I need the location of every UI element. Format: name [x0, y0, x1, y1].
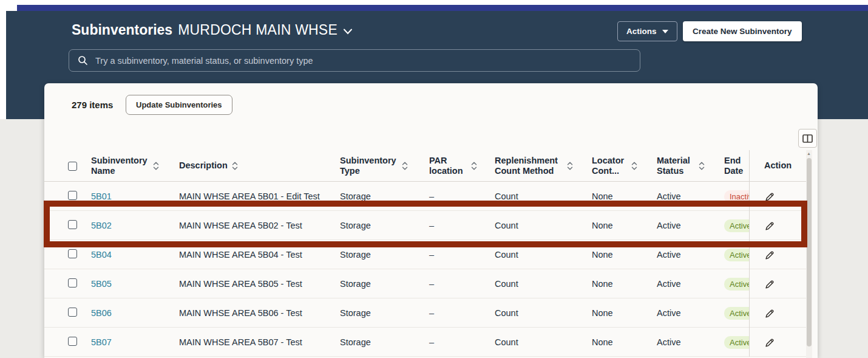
subinventory-type-cell: Storage	[340, 191, 429, 201]
replenishment-count-method-cell: Count	[495, 308, 592, 318]
row-checkbox[interactable]	[68, 278, 77, 287]
edit-button[interactable]	[764, 191, 775, 202]
status-badge: Active	[724, 278, 749, 291]
row-checkbox[interactable]	[68, 337, 77, 346]
sort-icon[interactable]	[232, 162, 238, 170]
items-count: 279 items	[72, 100, 113, 110]
table-header-row: Subinventory NameDescriptionSubinventory…	[44, 150, 812, 182]
search-input[interactable]	[95, 56, 631, 66]
pencil-icon	[764, 191, 775, 202]
description-cell: MAIN WHSE AREA 5B06 - Test	[179, 308, 340, 318]
table-body: 5B01MAIN WHSE AREA 5B01 - Edit TestStora…	[44, 182, 812, 357]
row-checkbox[interactable]	[68, 308, 77, 317]
column-label: Material Status	[657, 156, 694, 177]
pencil-icon	[764, 308, 775, 318]
subinventory-link[interactable]: 5B02	[91, 221, 112, 230]
sort-icon[interactable]	[631, 162, 637, 170]
update-subinventories-button[interactable]: Update Subinventories	[126, 95, 232, 115]
material-status-cell: Active	[657, 250, 724, 260]
table-row-5b05: 5B05MAIN WHSE AREA 5B05 - TestStorage–Co…	[44, 269, 812, 298]
subinventory-link[interactable]: 5B01	[91, 191, 112, 201]
row-select-cell	[44, 308, 91, 318]
action-cell	[749, 298, 812, 328]
actions-button-label: Actions	[626, 27, 657, 36]
edit-button[interactable]	[764, 308, 775, 318]
row-checkbox[interactable]	[68, 191, 77, 200]
replenishment-count-method-cell: Count	[495, 191, 592, 201]
sort-icon[interactable]	[567, 162, 573, 170]
subinventory-link[interactable]: 5B05	[91, 279, 112, 289]
sort-icon[interactable]	[699, 162, 705, 170]
create-new-subinventory-button[interactable]: Create New Subinventory	[683, 21, 802, 41]
table-row-5b02: 5B02MAIN WHSE AREA 5B02 - TestStorage–Co…	[44, 211, 812, 240]
top-accent-bar	[17, 5, 868, 11]
column-label: Subinventory Name	[91, 156, 149, 177]
column-label: PAR location	[429, 156, 467, 177]
caret-down-icon	[662, 30, 668, 33]
scrollbar-thumb[interactable]	[807, 158, 812, 346]
chevron-down-icon[interactable]	[343, 29, 353, 35]
org-selector[interactable]: MURDOCH MAIN WHSE	[178, 22, 337, 38]
replenishment-count-method-cell: Count	[495, 279, 592, 289]
edit-button[interactable]	[764, 221, 775, 231]
description-cell: MAIN WHSE AREA 5B05 - Test	[179, 279, 340, 289]
scroll-up-icon[interactable]: ▲	[807, 151, 811, 156]
subinventories-card: 279 items Update Subinventories Subinven…	[44, 83, 818, 358]
locator-control-cell: None	[592, 337, 657, 347]
subinventory-type-cell: Storage	[340, 279, 429, 289]
column-header-material-status[interactable]: Material Status	[657, 156, 724, 177]
table-row-5b07: 5B07MAIN WHSE AREA 5B07 - TestStorage–Co…	[44, 328, 812, 357]
par-location-cell: –	[429, 250, 495, 260]
row-checkbox[interactable]	[68, 220, 77, 229]
column-header-replenishment-count-method[interactable]: Replenishment Count Method	[495, 156, 592, 177]
select-all-checkbox[interactable]	[68, 162, 77, 171]
column-header-description[interactable]: Description	[179, 160, 340, 171]
column-header-subinventory-type[interactable]: Subinventory Type	[340, 156, 429, 177]
material-status-cell: Active	[657, 191, 724, 201]
edit-button[interactable]	[764, 250, 775, 260]
replenishment-count-method-cell: Count	[495, 250, 592, 260]
manage-columns-button[interactable]	[798, 129, 817, 148]
status-cell: Active	[724, 307, 749, 320]
search-icon	[78, 55, 88, 66]
row-checkbox[interactable]	[68, 249, 77, 258]
action-cell	[749, 269, 812, 298]
edit-button[interactable]	[764, 279, 775, 289]
sort-icon[interactable]	[471, 162, 477, 170]
sort-icon[interactable]	[402, 162, 408, 170]
split-panel-icon	[802, 134, 813, 143]
action-cell	[749, 328, 812, 357]
edit-button[interactable]	[764, 337, 775, 348]
table-row-5b06: 5B06MAIN WHSE AREA 5B06 - TestStorage–Co…	[44, 298, 812, 328]
search-bar[interactable]	[69, 49, 640, 72]
material-status-cell: Active	[657, 337, 724, 347]
subinventory-type-cell: Storage	[340, 221, 429, 230]
subinventory-name-cell: 5B07	[91, 337, 179, 347]
column-header-end-date: End Date	[724, 156, 749, 177]
column-label: Action	[764, 160, 792, 171]
material-status-cell: Active	[657, 308, 724, 318]
subinventory-link[interactable]: 5B07	[91, 337, 112, 347]
status-cell: Active	[724, 249, 749, 261]
table-row-5b04: 5B04MAIN WHSE AREA 5B04 - TestStorage–Co…	[44, 240, 812, 269]
status-badge: Active	[724, 307, 749, 320]
par-location-cell: –	[429, 191, 495, 201]
subinventory-link[interactable]: 5B04	[91, 250, 112, 260]
description-cell: MAIN WHSE AREA 5B02 - Test	[179, 221, 340, 230]
subinventory-name-cell: 5B01	[91, 191, 179, 201]
subinventory-link[interactable]: 5B06	[91, 308, 112, 318]
column-header-locator-cont[interactable]: Locator Cont...	[592, 156, 657, 177]
action-cell	[749, 211, 812, 240]
action-cell	[749, 240, 812, 269]
subinventory-name-cell: 5B04	[91, 250, 179, 260]
column-header-subinventory-name[interactable]: Subinventory Name	[91, 156, 179, 177]
status-cell: Active	[724, 278, 749, 291]
vertical-scrollbar[interactable]: ▲	[806, 150, 812, 358]
sort-icon[interactable]	[153, 162, 159, 170]
par-location-cell: –	[429, 308, 495, 318]
row-select-cell	[44, 249, 91, 260]
column-header-par-location[interactable]: PAR location	[429, 156, 495, 177]
actions-button[interactable]: Actions	[617, 21, 677, 41]
locator-control-cell: None	[592, 279, 657, 289]
pencil-icon	[764, 337, 775, 348]
